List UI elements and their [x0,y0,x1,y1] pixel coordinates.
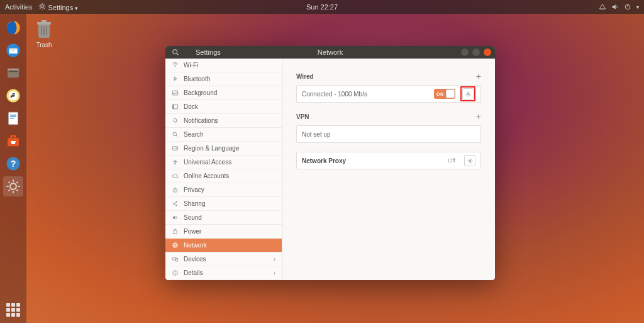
sidebar-item-label: Devices [184,256,206,263]
svg-line-85 [471,162,472,162]
launcher-software[interactable] [3,131,23,151]
access-icon [172,159,179,166]
settings-sidebar: Wi-FiBluetoothBackgroundDockNotification… [165,59,282,280]
sidebar-item-label: Region & Language [184,145,239,152]
svg-line-51 [176,135,177,137]
network-tray-icon [599,3,606,11]
svg-point-69 [175,271,175,272]
svg-rect-23 [10,116,16,117]
window-minimize-button[interactable] [461,48,469,56]
sidebar-item-online-accounts[interactable]: Online Accounts [165,169,282,183]
sidebar-item-label: Wi-Fi [184,62,198,69]
proxy-row: Network Proxy Off [296,152,481,169]
window-maximize-button[interactable] [472,48,480,56]
window-close-button[interactable] [484,48,491,56]
sidebar-item-universal-access[interactable]: Universal Access [165,156,282,169]
window-title: Settings [196,48,221,56]
svg-rect-22 [10,115,16,115]
launcher-settings[interactable] [3,176,23,196]
svg-rect-17 [9,71,18,72]
svg-rect-24 [10,118,14,118]
svg-line-76 [469,95,470,96]
sidebar-item-network[interactable]: Network [165,239,282,252]
sidebar-item-background[interactable]: Background [165,86,282,100]
launcher-dock: ? [0,14,26,323]
clock[interactable]: Sun 22:27 [306,3,338,11]
sidebar-item-privacy[interactable]: Privacy [165,183,282,197]
wired-header: Wired [296,73,314,80]
launcher-rhythmbox[interactable] [3,86,23,106]
window-titlebar[interactable]: Settings Network [165,46,495,59]
proxy-settings-button[interactable] [464,155,475,166]
svg-rect-38 [37,22,51,25]
svg-point-55 [176,148,177,149]
svg-line-5 [40,4,41,4]
sidebar-item-label: Background [184,89,217,96]
show-applications-button[interactable] [6,303,20,317]
sidebar-item-label: Notifications [184,117,218,124]
svg-rect-57 [174,190,177,192]
search-icon [172,131,179,138]
sidebar-item-power[interactable]: Power [165,225,282,239]
chevron-right-icon: › [274,256,275,263]
bell-icon [172,117,179,124]
sidebar-item-label: Power [184,228,201,235]
sidebar-item-label: Sharing [184,200,205,207]
top-panel: Activities Settings Sun 22:27 ▾ [0,0,644,14]
svg-point-54 [175,148,175,149]
svg-line-78 [466,95,467,96]
svg-line-84 [468,159,469,159]
proxy-state: Off [448,157,455,164]
search-icon [172,48,179,56]
header-search-button[interactable] [165,48,186,56]
svg-point-0 [41,5,44,8]
sidebar-item-details[interactable]: Details› [165,266,282,280]
sidebar-item-wi-fi[interactable]: Wi-Fi [165,59,282,72]
svg-line-8 [40,8,41,9]
sidebar-item-label: Bluetooth [184,76,210,82]
wired-settings-highlight [460,86,475,101]
sidebar-item-devices[interactable]: Devices› [165,252,282,266]
sidebar-item-dock[interactable]: Dock [165,100,282,114]
trash-label: Trash [35,42,53,48]
trash-icon [35,19,53,39]
volume-tray-icon [611,3,619,11]
svg-line-87 [468,162,469,162]
vpn-row: Not set up [296,125,481,143]
sidebar-item-label: Online Accounts [184,173,229,179]
sidebar-item-search[interactable]: Search [165,128,282,142]
add-vpn-button[interactable]: + [476,111,481,122]
svg-line-44 [177,54,178,55]
launcher-help[interactable]: ? [3,154,23,174]
gear-icon [38,3,46,10]
app-menu[interactable]: Settings [38,3,78,11]
details-icon [172,269,179,276]
sidebar-item-label: Privacy [184,186,204,193]
devices-icon [172,256,179,263]
sidebar-item-notifications[interactable]: Notifications [165,114,282,128]
bluetooth-icon [172,76,179,82]
sidebar-item-label: Search [184,131,204,138]
sidebar-item-sound[interactable]: Sound [165,211,282,225]
wired-toggle[interactable]: ON [434,89,455,99]
system-tray[interactable]: ▾ [599,3,639,11]
sidebar-item-region-language[interactable]: Region & Language [165,142,282,156]
cloud-icon [172,173,179,179]
launcher-thunderbird[interactable] [3,40,23,60]
chevron-down-icon: ▾ [636,4,639,10]
svg-point-53 [174,148,174,149]
launcher-firefox[interactable] [3,18,23,38]
sidebar-item-bluetooth[interactable]: Bluetooth [165,72,282,86]
launcher-files[interactable] [3,63,23,83]
sidebar-item-sharing[interactable]: Sharing [165,197,282,211]
desktop-trash[interactable]: Trash [35,19,53,48]
launcher-libreoffice[interactable] [3,108,23,128]
wired-settings-button[interactable] [462,88,474,99]
svg-point-11 [604,9,605,10]
activities-button[interactable]: Activities [5,3,32,11]
vpn-header: VPN [296,113,309,120]
svg-line-35 [16,182,18,183]
add-wired-button[interactable]: + [476,71,481,81]
wired-connection-row: Connected - 1000 Mb/s ON [296,85,481,103]
sidebar-item-label: Sound [184,214,202,221]
